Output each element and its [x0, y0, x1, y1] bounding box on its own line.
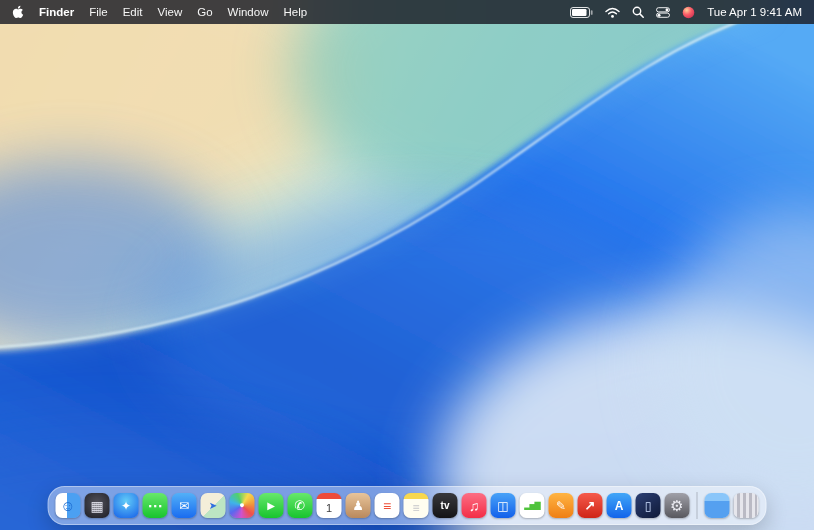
music-dock-icon[interactable]: ♫: [462, 493, 487, 518]
keynote-dock-icon[interactable]: ◫: [491, 493, 516, 518]
messages-glyph: ⋯: [148, 498, 163, 513]
wifi-icon[interactable]: [605, 7, 620, 18]
reminders-dock-icon[interactable]: ≡: [375, 493, 400, 518]
facetime-dock-icon[interactable]: ▶: [259, 493, 284, 518]
phone-glyph: ✆: [295, 499, 306, 512]
reminders-glyph: ≡: [383, 499, 391, 513]
menu-file[interactable]: File: [89, 6, 108, 18]
system-settings-dock-icon[interactable]: ⚙: [665, 493, 690, 518]
launchpad-dock-icon[interactable]: ▦: [85, 493, 110, 518]
iphone-mirroring-dock-icon[interactable]: ▯: [636, 493, 661, 518]
menu-view[interactable]: View: [158, 6, 183, 18]
apple-logo-icon: [12, 5, 24, 19]
photos-glyph: ●: [239, 501, 244, 510]
music-glyph: ♫: [469, 499, 480, 513]
battery-icon[interactable]: [570, 7, 593, 18]
finder-dock-icon[interactable]: ☺: [56, 493, 81, 518]
desktop-wallpaper[interactable]: [0, 0, 814, 530]
pages-dock-icon[interactable]: ✎: [549, 493, 574, 518]
notes-dock-icon[interactable]: ≡: [404, 493, 429, 518]
numbers-glyph: ▂▅▇: [524, 502, 539, 510]
menu-bar: Finder FileEditViewGoWindowHelp: [0, 0, 814, 24]
apple-menu[interactable]: [12, 5, 24, 19]
dock: ☺▦✦⋯✉➤●▶✆1♟≡≡tv♫◫▂▅▇✎↗A▯⚙: [48, 486, 767, 525]
mail-dock-icon[interactable]: ✉: [172, 493, 197, 518]
iphone-mirroring-glyph: ▯: [645, 500, 652, 512]
safari-dock-icon[interactable]: ✦: [114, 493, 139, 518]
facetime-glyph: ▶: [267, 501, 275, 511]
safari-glyph: ✦: [121, 500, 131, 512]
photos-dock-icon[interactable]: ●: [230, 493, 255, 518]
menu-go[interactable]: Go: [197, 6, 212, 18]
numbers-dock-icon[interactable]: ▂▅▇: [520, 493, 545, 518]
menu-items: FileEditViewGoWindowHelp: [89, 6, 307, 18]
dock-separator: [697, 492, 698, 519]
tv-dock-icon[interactable]: tv: [433, 493, 458, 518]
maps-glyph: ➤: [209, 501, 217, 511]
menu-window[interactable]: Window: [228, 6, 269, 18]
calendar-dock-icon[interactable]: 1: [317, 493, 342, 518]
control-center-icon[interactable]: [656, 7, 670, 18]
trash-dock-icon[interactable]: [734, 493, 759, 518]
status-area: Tue Apr 1 9:41 AM: [570, 6, 802, 19]
finder-glyph: ☺: [60, 498, 75, 513]
wallpaper-art: [0, 0, 814, 530]
downloads-dock-icon[interactable]: [705, 493, 730, 518]
pages-glyph: ✎: [556, 500, 566, 512]
contacts-glyph: ♟: [352, 499, 364, 512]
siri-icon[interactable]: [682, 6, 695, 19]
menu-edit[interactable]: Edit: [123, 6, 143, 18]
messages-dock-icon[interactable]: ⋯: [143, 493, 168, 518]
system-settings-glyph: ⚙: [670, 498, 683, 513]
app-store-glyph: A: [615, 500, 624, 512]
app-store-dock-icon[interactable]: A: [607, 493, 632, 518]
rocket-app-glyph: ↗: [585, 499, 596, 512]
menu-bar-clock[interactable]: Tue Apr 1 9:41 AM: [707, 6, 802, 18]
rocket-app-dock-icon[interactable]: ↗: [578, 493, 603, 518]
menu-help[interactable]: Help: [283, 6, 307, 18]
launchpad-glyph: ▦: [90, 499, 103, 513]
active-app-name[interactable]: Finder: [39, 6, 74, 18]
notes-glyph: ≡: [412, 498, 419, 514]
tv-glyph: tv: [441, 501, 450, 511]
spotlight-icon[interactable]: [632, 6, 644, 18]
keynote-glyph: ◫: [497, 500, 508, 512]
menu-bar-left: Finder FileEditViewGoWindowHelp: [12, 5, 307, 19]
phone-dock-icon[interactable]: ✆: [288, 493, 313, 518]
contacts-dock-icon[interactable]: ♟: [346, 493, 371, 518]
mail-glyph: ✉: [179, 500, 189, 512]
calendar-glyph: 1: [326, 498, 332, 514]
maps-dock-icon[interactable]: ➤: [201, 493, 226, 518]
